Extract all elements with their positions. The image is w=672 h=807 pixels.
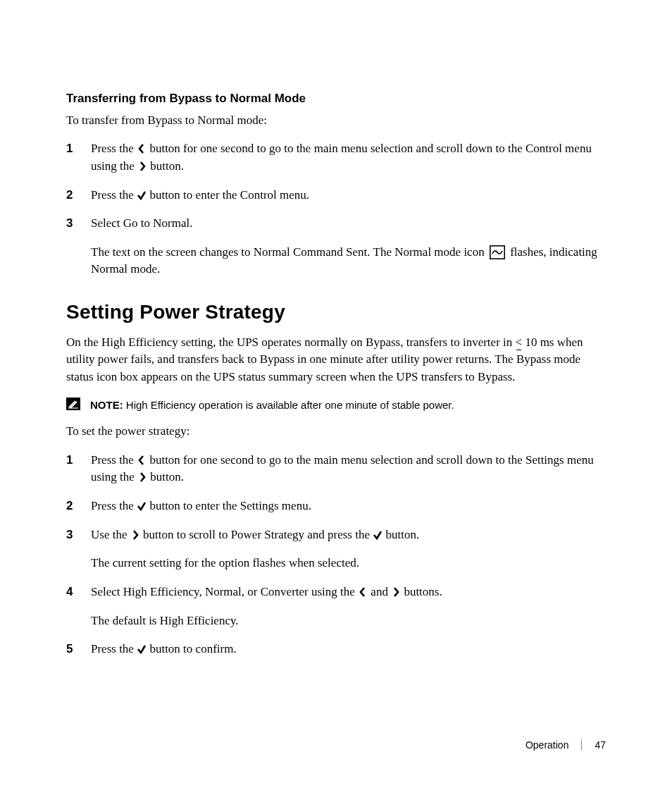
step-text-fragment: button. [147, 159, 184, 173]
footer-divider [581, 739, 582, 751]
page-footer: Operation 47 [525, 738, 606, 752]
step-text: Select Go to Normal. [91, 216, 192, 230]
check-icon [137, 501, 147, 511]
body-paragraph: On the High Efficiency setting, the UPS … [66, 334, 606, 386]
note-icon [66, 398, 80, 410]
step-number: 1 [66, 140, 73, 158]
step-text-fragment: Press the [91, 188, 137, 202]
step-item: 1 Press the button for one second to go … [66, 452, 606, 486]
step-number: 4 [66, 584, 73, 601]
subsection-heading-bypass-normal: Transferring from Bypass to Normal Mode [66, 90, 606, 108]
footer-page-number: 47 [595, 738, 606, 752]
step-text-fragment: button to enter the Settings menu. [147, 499, 311, 512]
note-body: High Efficiency operation is available a… [123, 399, 454, 411]
chevron-left-icon [358, 587, 368, 597]
note-block: NOTE: High Efficiency operation is avail… [66, 398, 606, 414]
step-item: 5 Press the button to confirm. [66, 641, 606, 658]
step-text-fragment: Select High Efficiency, Normal, or Conve… [91, 585, 358, 598]
step-text-fragment: buttons. [401, 585, 442, 598]
footer-section-name: Operation [525, 738, 568, 752]
step-text-fragment: Use the [91, 528, 130, 541]
chevron-right-icon [391, 587, 401, 597]
intro-text: To set the power strategy: [66, 423, 606, 441]
note-text: NOTE: High Efficiency operation is avail… [90, 398, 454, 414]
step-followup: The default is High Efficiency. [91, 612, 606, 630]
step-text-fragment: Press the [91, 499, 137, 512]
intro-text: To transfer from Bypass to Normal mode: [66, 112, 606, 130]
chevron-right-icon [130, 530, 140, 540]
chevron-left-icon [137, 144, 147, 154]
normal-mode-icon [490, 245, 505, 259]
chevron-left-icon [137, 455, 147, 465]
step-followup: The current setting for the option flash… [91, 555, 606, 572]
step-item: 3 Use the button to scroll to Power Stra… [66, 526, 606, 572]
section-heading-power-strategy: Setting Power Strategy [66, 298, 606, 327]
check-icon [137, 644, 147, 654]
check-icon [373, 530, 382, 540]
steps-list-power-strategy: 1 Press the button for one second to go … [66, 452, 606, 658]
step-number: 3 [66, 215, 73, 233]
step-item: 2 Press the button to enter the Settings… [66, 498, 606, 515]
chevron-right-icon [137, 161, 147, 171]
note-label: NOTE: [90, 399, 123, 411]
step-item: 1 Press the button for one second to go … [66, 140, 606, 175]
step-number: 3 [66, 526, 73, 544]
leq-symbol: < [516, 334, 523, 352]
step-text-fragment: button to scroll to Power Strategy and p… [140, 528, 373, 541]
steps-list-bypass: 1 Press the button for one second to go … [66, 140, 606, 278]
step-text-fragment: button. [382, 528, 419, 541]
step-text-fragment: and [368, 585, 391, 598]
step-text-fragment: Press the [91, 453, 137, 467]
step-item: 3 Select Go to Normal. The text on the s… [66, 215, 606, 278]
step-number: 2 [66, 498, 73, 515]
step-text-fragment: The text on the screen changes to Normal… [91, 245, 487, 259]
step-number: 2 [66, 187, 73, 204]
step-number: 1 [66, 452, 73, 469]
step-text-fragment: button. [147, 470, 184, 483]
step-number: 5 [66, 641, 73, 658]
text-fragment: On the High Efficiency setting, the UPS … [66, 335, 516, 349]
step-item: 4 Select High Efficiency, Normal, or Con… [66, 584, 606, 629]
chevron-right-icon [137, 472, 147, 482]
step-text-fragment: button to confirm. [147, 642, 236, 655]
document-page: Transferring from Bypass to Normal Mode … [0, 0, 672, 807]
step-text-fragment: Press the [91, 642, 137, 655]
step-text-fragment: button to enter the Control menu. [147, 188, 309, 202]
step-text-fragment: Press the [91, 142, 137, 155]
step-followup: The text on the screen changes to Normal… [91, 244, 606, 278]
step-item: 2 Press the button to enter the Control … [66, 187, 606, 204]
check-icon [137, 190, 147, 200]
